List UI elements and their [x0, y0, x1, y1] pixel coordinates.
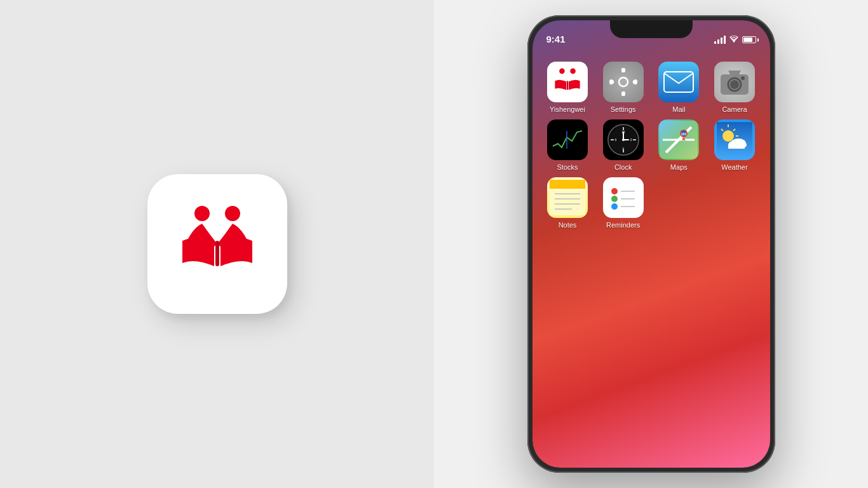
battery-fill: [743, 37, 752, 42]
settings-icon: [603, 62, 644, 102]
svg-text:6: 6: [622, 147, 624, 151]
svg-point-20: [741, 76, 745, 80]
camera-icon: [714, 62, 755, 102]
app-item-settings[interactable]: Settings: [599, 62, 647, 113]
status-icons: [714, 35, 756, 44]
app-item-weather[interactable]: Weather: [710, 119, 758, 171]
svg-point-7: [619, 78, 628, 86]
app-item-notes[interactable]: Notes: [544, 177, 592, 229]
iphone-frame: 9:41: [527, 15, 775, 473]
app-item-mail[interactable]: Mail: [655, 62, 703, 113]
app-item-camera[interactable]: Camera: [710, 62, 758, 113]
app-row-2: Stocks: [544, 119, 759, 171]
clock-icon: 12 3 6 9: [603, 119, 644, 160]
weather-label: Weather: [721, 163, 747, 171]
svg-rect-51: [550, 180, 585, 189]
mail-label: Mail: [672, 105, 685, 113]
svg-text:280: 280: [681, 132, 687, 136]
svg-point-57: [611, 188, 618, 194]
weather-icon: [714, 119, 755, 160]
notes-icon: [547, 177, 588, 218]
svg-text:9: 9: [614, 138, 616, 142]
svg-point-59: [611, 196, 618, 202]
svg-point-0: [194, 206, 210, 221]
svg-rect-49: [728, 145, 745, 149]
svg-point-4: [559, 69, 565, 74]
settings-label: Settings: [611, 105, 636, 113]
camera-label: Camera: [722, 105, 747, 113]
svg-rect-6: [567, 81, 568, 90]
app-icon-wrapper: [147, 174, 287, 314]
clock-label: Clock: [614, 163, 632, 171]
svg-rect-56: [606, 180, 641, 215]
app-item-stocks[interactable]: Stocks: [544, 119, 592, 171]
main-app-icon: [147, 174, 287, 314]
reminders-label: Reminders: [606, 221, 640, 229]
notes-label: Notes: [559, 221, 577, 229]
svg-point-61: [611, 203, 618, 210]
maps-icon: 280: [658, 119, 699, 160]
app-row-3: Notes: [544, 177, 759, 229]
battery-icon: [742, 36, 756, 43]
app-item-yishengwei[interactable]: Yishengwei: [544, 62, 592, 113]
iphone-screen: 9:41: [532, 20, 770, 468]
iphone-notch: [610, 20, 693, 38]
stocks-label: Stocks: [557, 163, 578, 171]
svg-point-3: [733, 41, 734, 42]
svg-point-40: [722, 130, 734, 142]
signal-bars-icon: [714, 36, 726, 44]
svg-rect-8: [621, 68, 625, 72]
wifi-icon: [729, 35, 739, 44]
svg-point-1: [225, 206, 240, 221]
reminders-icon: [603, 177, 644, 218]
svg-rect-2: [215, 241, 219, 266]
svg-point-19: [730, 80, 739, 89]
yishengwei-label: Yishengwei: [550, 105, 585, 113]
app-item-reminders[interactable]: Reminders: [599, 177, 647, 229]
svg-rect-9: [621, 92, 625, 96]
mail-icon: [658, 62, 699, 102]
app-item-maps[interactable]: 280 Maps: [655, 119, 703, 171]
svg-rect-16: [664, 72, 693, 92]
app-grid: Yishengwei: [532, 55, 770, 241]
left-panel: [0, 0, 434, 488]
app-item-clock[interactable]: 12 3 6 9 Clock: [599, 119, 647, 171]
yishengwei-icon: [547, 62, 588, 102]
svg-text:3: 3: [630, 138, 632, 142]
svg-point-5: [570, 69, 576, 74]
yishengwei-logo-svg: [173, 200, 262, 288]
app-row-1: Yishengwei: [544, 62, 759, 113]
right-panel: 9:41: [434, 0, 868, 488]
svg-point-34: [622, 139, 625, 141]
stocks-icon: [547, 119, 588, 160]
maps-label: Maps: [670, 163, 688, 171]
status-time: 9:41: [546, 34, 566, 44]
